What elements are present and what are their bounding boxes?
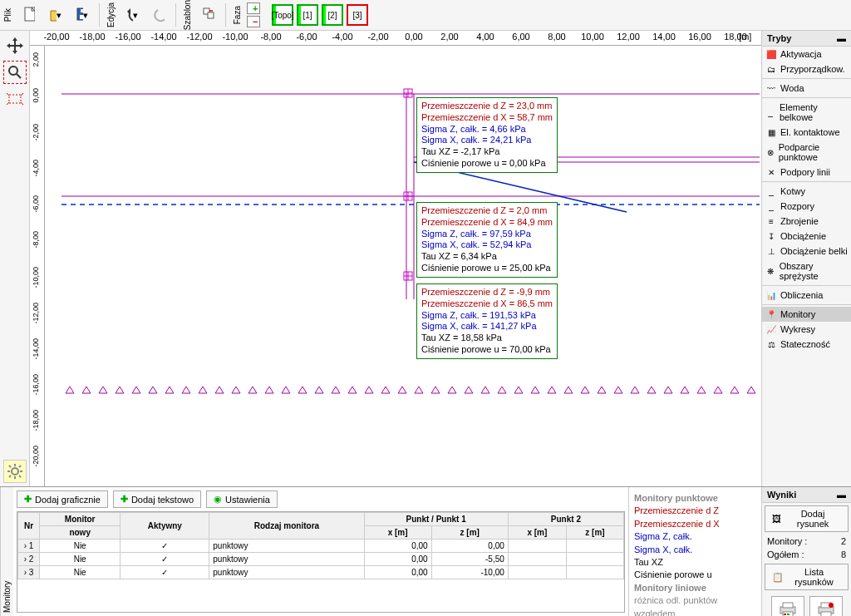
mode-item-elementybelkowe[interactable]: ⎯Elementy belkowe <box>762 100 851 125</box>
svg-rect-39 <box>787 614 790 615</box>
horizontal-ruler: -20,00 -18,00 -16,00 -14,00 -12,00 -10,0… <box>30 31 761 46</box>
mode-item-elkontaktowe[interactable]: ▦El. kontaktowe <box>762 125 851 140</box>
settings-gear[interactable] <box>3 460 27 483</box>
menu-edit-label: Edycja <box>105 1 117 29</box>
menu-phase-label: Faza <box>231 4 243 26</box>
print-color-button[interactable] <box>771 596 804 616</box>
bottom-tab-label[interactable]: Monitory <box>0 487 13 616</box>
vertical-ruler: 2,00 0,00 -2,00 -4,00 -6,00 -8,00 -10,00… <box>30 46 45 486</box>
mode-item-podporylinii[interactable]: ✕Podpory linii <box>762 165 851 180</box>
svg-point-6 <box>9 67 17 75</box>
move-tool[interactable] <box>3 34 27 57</box>
redo-button[interactable] <box>147 2 170 28</box>
table-row[interactable]: › 3Nie✓punktowy0,00-10,00 <box>18 566 624 579</box>
results-collapse-icon[interactable]: ▬ <box>837 490 846 500</box>
stage-3-button[interactable]: [3] <box>347 4 368 26</box>
monitor-box-3: Przemieszczenie d Z = -9,9 mm Przemieszc… <box>416 283 558 359</box>
svg-line-17 <box>9 476 11 477</box>
svg-line-7 <box>17 74 21 78</box>
drawing-canvas[interactable]: -20,00 -18,00 -16,00 -14,00 -12,00 -10,0… <box>30 31 761 486</box>
svg-rect-3 <box>81 9 83 12</box>
mode-item-przyporzdkow[interactable]: 🗂Przyporządkow. <box>762 62 851 76</box>
mode-item-kotwy[interactable]: ⎯Kotwy <box>762 184 851 199</box>
mode-item-obcieniebelki[interactable]: ⊥Obciążenie belki <box>762 244 851 259</box>
mode-item-wykresy[interactable]: 📈Wykresy <box>762 322 851 337</box>
add-drawing-button[interactable]: 🖼 Dodaj rysunek <box>765 505 849 532</box>
monitors-table[interactable]: Nr Monitor Aktywny Rodzaj monitora Punkt… <box>17 512 624 579</box>
mode-item-rozpory[interactable]: ⎯Rozpory <box>762 199 851 214</box>
svg-rect-2 <box>80 15 83 19</box>
mode-item-aktywacja[interactable]: 🟥Aktywacja <box>762 47 851 62</box>
stage-topo-button[interactable]: [Topo] <box>272 4 293 26</box>
save-file-button[interactable]: ▾ <box>71 2 94 28</box>
undo-button[interactable]: ▾ <box>121 2 144 28</box>
svg-rect-42 <box>821 612 831 616</box>
svg-rect-36 <box>783 603 793 608</box>
mode-item-monitory[interactable]: 📍Monitory <box>762 307 851 322</box>
zoom-tool[interactable] <box>3 61 27 84</box>
results-title: Wyniki <box>767 490 796 500</box>
svg-rect-38 <box>784 614 786 615</box>
monitor-box-2: Przemieszczenie d Z = 2,0 mm Przemieszcz… <box>416 202 558 278</box>
add-phase-button[interactable]: + <box>247 2 260 14</box>
menu-template-label: Szablon <box>181 0 194 32</box>
mode-item-obliczenia[interactable]: 📊Obliczenia <box>762 288 851 303</box>
new-file-button[interactable] <box>17 2 41 28</box>
svg-rect-5 <box>208 12 214 18</box>
mode-item-obszaryspryste[interactable]: ❋Obszary sprężyste <box>762 259 851 283</box>
print-bw-button[interactable] <box>809 596 843 616</box>
svg-line-16 <box>19 466 21 467</box>
template-button[interactable] <box>197 2 220 28</box>
open-file-button[interactable]: ▾ <box>44 2 67 28</box>
svg-line-14 <box>9 466 11 467</box>
monitor-box-1: Przemieszczenie d Z = 23,0 mm Przemieszc… <box>416 97 558 173</box>
modes-title: Tryby <box>767 33 791 43</box>
table-row[interactable]: › 1Nie✓punktowy0,000,00 <box>18 540 624 553</box>
mode-item-stateczno[interactable]: ⚖Stateczność <box>762 337 851 352</box>
settings-button[interactable]: ◉Ustawienia <box>206 490 278 508</box>
svg-point-9 <box>12 468 18 475</box>
table-row[interactable]: › 2Nie✓punktowy0,00-5,50 <box>18 553 624 566</box>
mode-item-obcienie[interactable]: ↧Obciążenie <box>762 229 851 244</box>
drawing-list-button[interactable]: 📋 Lista rysunków <box>765 564 849 590</box>
legend-panel: Monitory punktowe Przemieszczenie d Z Pr… <box>628 487 761 616</box>
remove-phase-button[interactable]: − <box>247 16 260 27</box>
svg-point-43 <box>829 603 834 608</box>
svg-rect-8 <box>9 95 21 103</box>
extent-tool[interactable] <box>3 87 27 111</box>
add-graphic-button[interactable]: ✚Dodaj graficznie <box>17 490 108 508</box>
modes-collapse-icon[interactable]: ▬ <box>837 33 846 43</box>
mode-item-woda[interactable]: 〰Woda <box>762 81 851 96</box>
menu-file-label: Plik <box>2 7 14 23</box>
svg-line-15 <box>19 476 21 477</box>
add-text-button[interactable]: ✚Dodaj tekstowo <box>113 490 201 508</box>
mode-item-podparciepunktowe[interactable]: ⊗Podparcie punktowe <box>762 140 851 165</box>
stage-2-button[interactable]: [2] <box>322 4 343 26</box>
stage-1-button[interactable]: [1] <box>297 4 318 26</box>
mode-item-zbrojenie[interactable]: ≡Zbrojenie <box>762 214 851 229</box>
